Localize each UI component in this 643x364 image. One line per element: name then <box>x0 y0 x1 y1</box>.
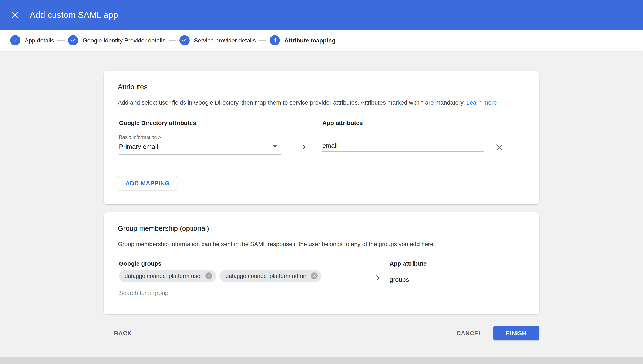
chip-remove-icon[interactable]: × <box>311 272 318 279</box>
add-mapping-button[interactable]: ADD MAPPING <box>118 176 177 190</box>
dialog-actions: BACK CANCEL FINISH <box>104 326 539 340</box>
dialog-header: Add custom SAML app <box>0 0 643 30</box>
chip-remove-icon[interactable]: × <box>206 272 212 279</box>
directory-attribute-category: Basic Information > <box>119 135 281 140</box>
groups-app-attribute-input[interactable] <box>390 276 522 286</box>
wizard-stepper: App details Google Identity Provider det… <box>0 30 643 51</box>
step-number-badge: 4 <box>270 35 280 45</box>
step-complete-check-icon <box>10 35 21 45</box>
mapping-row: Basic Information > Primary email <box>104 126 539 155</box>
app-attributes-header: App attributes <box>322 120 363 126</box>
mapping-arrow-icon <box>281 144 322 150</box>
mapping-column-headers: Google Directory attributes App attribut… <box>104 107 539 126</box>
chip-label: dataggo connect platform user <box>125 273 202 279</box>
google-groups-header: Google groups <box>119 260 161 267</box>
dialog-title: Add custom SAML app <box>30 10 118 20</box>
remove-mapping-icon[interactable] <box>495 144 503 153</box>
step-connector <box>259 40 266 40</box>
google-groups-column: Google groups dataggo connect platform u… <box>119 260 361 301</box>
group-mapping-row: Google groups dataggo connect platform u… <box>104 248 539 301</box>
step-label: Service provider details <box>194 37 256 44</box>
chip-label: dataggo connect platform admin <box>226 273 308 279</box>
attributes-card-title: Attributes <box>104 71 539 91</box>
group-membership-card: Group membership (optional) Group member… <box>104 213 539 314</box>
group-membership-description: Group membership information can be sent… <box>104 233 539 248</box>
cancel-button[interactable]: CANCEL <box>453 326 486 340</box>
google-directory-attributes-header: Google Directory attributes <box>119 120 322 126</box>
directory-attribute-value: Primary email <box>119 143 158 150</box>
group-search-input[interactable] <box>119 286 361 301</box>
dialog-content: Attributes Add and select user fields in… <box>0 71 643 340</box>
add-custom-saml-app-dialog: Add custom SAML app App details Google I… <box>0 0 643 364</box>
group-chip: dataggo connect platform admin × <box>220 270 322 282</box>
finish-button[interactable]: FINISH <box>493 326 539 340</box>
step-google-idp-details[interactable]: Google Identity Provider details <box>68 35 165 45</box>
app-attribute-column: App attribute <box>390 260 522 286</box>
chevron-down-icon <box>273 145 277 148</box>
attributes-card: Attributes Add and select user fields in… <box>104 71 539 205</box>
bottom-strip <box>0 357 643 364</box>
directory-attribute-select[interactable]: Basic Information > Primary email <box>119 135 281 155</box>
app-attribute-header: App attribute <box>390 260 426 267</box>
step-label: Attribute mapping <box>284 37 336 44</box>
group-mapping-arrow-icon <box>361 275 390 281</box>
group-chips: dataggo connect platform user × dataggo … <box>119 270 361 282</box>
step-connector <box>58 40 65 40</box>
step-complete-check-icon <box>68 35 79 45</box>
attributes-description-text: Add and select user fields in Google Dir… <box>118 99 465 106</box>
step-complete-check-icon <box>180 35 190 45</box>
learn-more-link[interactable]: Learn more <box>466 99 497 106</box>
attributes-card-description: Add and select user fields in Google Dir… <box>104 91 539 107</box>
step-label: App details <box>25 37 54 44</box>
group-chip: dataggo connect platform user × <box>119 270 216 282</box>
step-attribute-mapping[interactable]: 4 Attribute mapping <box>270 35 336 45</box>
step-connector <box>169 40 176 40</box>
step-label: Google Identity Provider details <box>83 37 165 44</box>
back-button[interactable]: BACK <box>111 326 135 340</box>
close-icon[interactable] <box>10 10 20 20</box>
group-membership-title: Group membership (optional) <box>104 213 539 233</box>
step-app-details[interactable]: App details <box>10 35 54 45</box>
app-attribute-input[interactable] <box>322 142 484 152</box>
step-service-provider-details[interactable]: Service provider details <box>180 35 256 45</box>
